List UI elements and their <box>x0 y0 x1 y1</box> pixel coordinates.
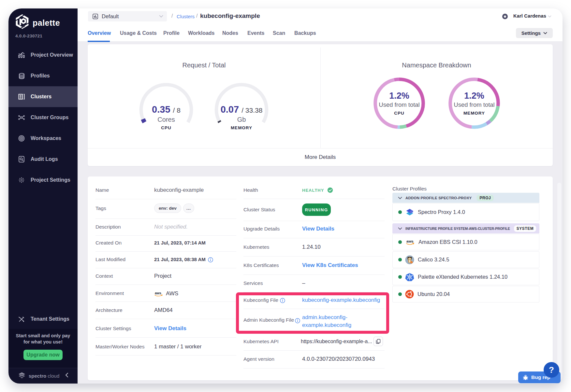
svg-text:aws: aws <box>155 291 161 295</box>
svg-text:aws: aws <box>406 239 414 243</box>
